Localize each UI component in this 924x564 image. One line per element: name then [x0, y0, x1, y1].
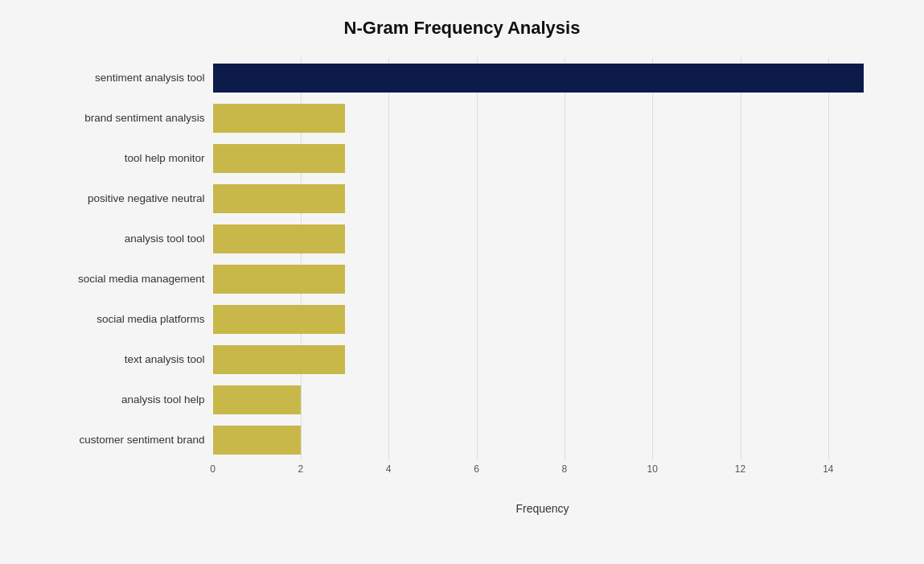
- grid-line: [652, 299, 653, 340]
- grid-line: [388, 98, 389, 138]
- grid-line: [388, 219, 389, 259]
- bar: [213, 385, 301, 414]
- bar: [213, 305, 345, 334]
- x-axis-label: Frequency: [213, 502, 873, 515]
- grid-line: [565, 138, 565, 179]
- chart-container: N-Gram Frequency Analysis sentiment anal…: [20, 2, 905, 563]
- x-tick: 14: [823, 463, 833, 475]
- grid-line: [741, 259, 741, 299]
- grid-line: [828, 98, 829, 138]
- grid-line: [828, 340, 829, 380]
- grid-line: [565, 340, 565, 380]
- grid-line: [741, 219, 741, 259]
- bar-area: [213, 219, 873, 259]
- grid-line: [565, 259, 565, 299]
- bar-row: social media management: [52, 259, 873, 299]
- grid-line: [477, 179, 478, 219]
- bar-area: [213, 179, 873, 219]
- bar-row: sentiment analysis tool: [52, 58, 873, 98]
- grid-line: [652, 98, 653, 138]
- grid-line: [477, 340, 478, 380]
- grid-line: [301, 380, 302, 420]
- grid-line: [741, 380, 741, 420]
- bar: [213, 184, 345, 213]
- bar-area: [213, 420, 873, 460]
- bar-label: analysis tool help: [52, 393, 213, 406]
- bar-row: customer sentiment brand: [52, 420, 873, 460]
- grid-line: [477, 219, 478, 259]
- grid-line: [477, 420, 478, 460]
- grid-line: [652, 380, 653, 420]
- bar-area: [213, 340, 873, 380]
- bar: [213, 265, 345, 294]
- grid-line: [388, 420, 389, 460]
- grid-line: [652, 179, 653, 219]
- grid-line: [565, 219, 565, 259]
- grid-line: [565, 179, 565, 219]
- bar-row: tool help monitor: [52, 138, 873, 179]
- grid-line: [565, 420, 565, 460]
- grid-line: [828, 259, 829, 299]
- bar-label: tool help monitor: [52, 152, 213, 164]
- grid-line: [388, 299, 389, 340]
- x-tick: 8: [561, 463, 567, 475]
- bar-label: sentiment analysis tool: [52, 72, 213, 84]
- grid-line: [828, 420, 829, 460]
- grid-line: [388, 179, 389, 219]
- chart-title: N-Gram Frequency Analysis: [52, 18, 873, 39]
- bar: [213, 64, 864, 93]
- bar-area: [213, 138, 873, 179]
- grid-line: [477, 299, 478, 340]
- bar-area: [213, 259, 873, 299]
- grid-line: [565, 98, 565, 138]
- grid-line: [741, 420, 741, 460]
- grid-line: [652, 420, 653, 460]
- bar-area: [213, 380, 873, 420]
- bar-area: [213, 58, 873, 98]
- grid-line: [477, 138, 478, 179]
- grid-line: [652, 259, 653, 299]
- bars-wrapper: sentiment analysis toolbrand sentiment a…: [52, 58, 873, 460]
- grid-line: [652, 340, 653, 380]
- grid-line: [741, 340, 741, 380]
- bar: [213, 104, 345, 133]
- x-tick: 4: [386, 463, 392, 475]
- grid-line: [565, 299, 565, 340]
- bar-label: text analysis tool: [52, 353, 213, 365]
- grid-line: [477, 380, 478, 420]
- x-tick: 10: [647, 463, 657, 475]
- bar-label: customer sentiment brand: [52, 434, 213, 446]
- grid-line: [388, 138, 389, 179]
- grid-line: [652, 219, 653, 259]
- x-axis: 02468101214: [213, 463, 873, 480]
- bar-row: analysis tool help: [52, 380, 873, 420]
- bar-row: brand sentiment analysis: [52, 98, 873, 138]
- grid-line: [388, 380, 389, 420]
- bar-label: positive negative neutral: [52, 192, 213, 204]
- bar: [213, 426, 301, 455]
- bar-label: social media management: [52, 273, 213, 285]
- bar-row: social media platforms: [52, 299, 873, 340]
- grid-line: [828, 299, 829, 340]
- bar: [213, 224, 345, 253]
- x-tick: 12: [735, 463, 745, 475]
- bar-row: analysis tool tool: [52, 219, 873, 259]
- bar-area: [213, 98, 873, 138]
- bar-label: brand sentiment analysis: [52, 112, 213, 124]
- bar: [213, 345, 345, 374]
- grid-line: [652, 138, 653, 179]
- bar-label: social media platforms: [52, 313, 213, 325]
- grid-line: [828, 138, 829, 179]
- bar-area: [213, 299, 873, 340]
- grid-line: [741, 179, 741, 219]
- grid-line: [828, 179, 829, 219]
- x-tick: 2: [298, 463, 303, 475]
- grid-line: [477, 98, 478, 138]
- bar-row: text analysis tool: [52, 340, 873, 380]
- grid-line: [828, 380, 829, 420]
- grid-line: [828, 219, 829, 259]
- grid-line: [477, 259, 478, 299]
- grid-line: [388, 259, 389, 299]
- grid-line: [565, 380, 565, 420]
- bar: [213, 144, 345, 173]
